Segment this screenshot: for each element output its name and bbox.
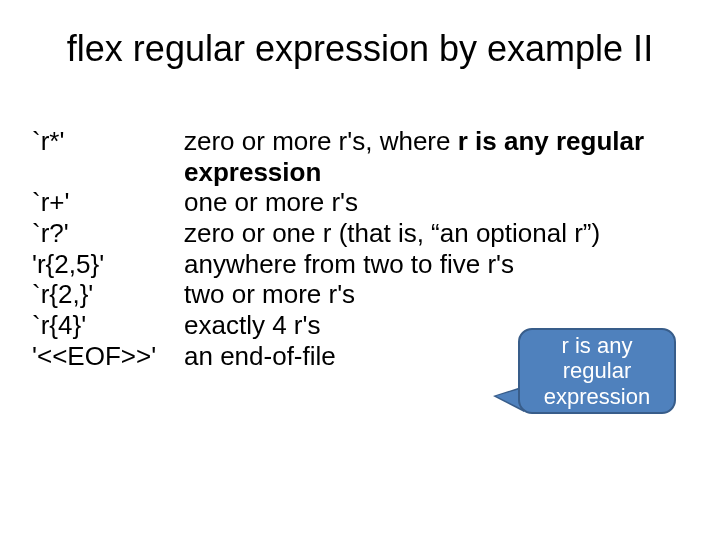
desc-text: an end-of-file	[184, 341, 336, 371]
desc-text: two or more r's	[184, 279, 355, 309]
definition-row: `r?' zero or one r (that is, “an optiona…	[32, 218, 688, 249]
desc-text: zero or more r's, where	[184, 126, 458, 156]
callout-bubble: r is any regular expression	[518, 328, 676, 414]
pattern-token: `r+'	[32, 187, 184, 218]
desc-text: one or more r's	[184, 187, 358, 217]
definition-row: `r{2,}' two or more r's	[32, 279, 688, 310]
pattern-token: `r{4}'	[32, 310, 184, 341]
desc-text: anywhere from two to five r's	[184, 249, 514, 279]
pattern-token: `r*'	[32, 126, 184, 157]
slide-title: flex regular expression by example II	[0, 28, 720, 70]
pattern-desc: zero or more r's, where r is any regular…	[184, 126, 688, 187]
pattern-desc: anywhere from two to five r's	[184, 249, 688, 280]
pattern-desc: two or more r's	[184, 279, 688, 310]
definition-row: `r*' zero or more r's, where r is any re…	[32, 126, 688, 187]
pattern-token: '<<EOF>>'	[32, 341, 184, 372]
pattern-token: 'r{2,5}'	[32, 249, 184, 280]
pattern-token: `r?'	[32, 218, 184, 249]
desc-text: exactly 4 r's	[184, 310, 320, 340]
definition-row: 'r{2,5}' anywhere from two to five r's	[32, 249, 688, 280]
pattern-token: `r{2,}'	[32, 279, 184, 310]
callout-text: r is any regular expression	[528, 333, 666, 409]
desc-text: zero or one r (that is, “an optional r”)	[184, 218, 600, 248]
definition-row: `r+' one or more r's	[32, 187, 688, 218]
pattern-desc: one or more r's	[184, 187, 688, 218]
pattern-desc: zero or one r (that is, “an optional r”)	[184, 218, 688, 249]
slide: flex regular expression by example II `r…	[0, 0, 720, 540]
